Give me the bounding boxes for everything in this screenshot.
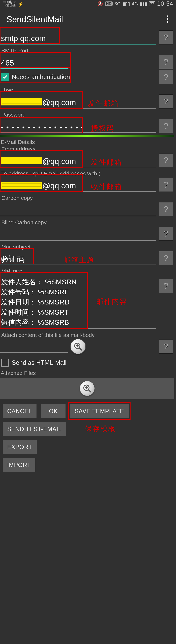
help-button[interactable]: ? <box>159 226 173 241</box>
carrier-1: 中国电信 <box>2 0 16 4</box>
hd-badge: HD <box>105 2 112 6</box>
from-label: From address <box>0 146 174 152</box>
smtp-port-label: SMTP Port <box>0 48 174 54</box>
smtp-port-input[interactable] <box>0 56 68 69</box>
action-bar: SendSilentMail <box>0 9 176 29</box>
cancel-button[interactable]: CANCEL <box>2 404 36 418</box>
attach-body-input[interactable] <box>0 340 68 353</box>
browse-file-button[interactable] <box>71 339 86 354</box>
charging-icon: ⚡ <box>18 1 24 7</box>
send-test-email-button[interactable]: SEND TEST-EMAIL <box>2 422 66 436</box>
status-bar: 中国电信 中国移动 ⚡ 🔇 HD 3G ▮▯▯ 4G ▮▮▮ 77 10:54 <box>0 0 176 9</box>
password-label: Password <box>0 112 174 118</box>
help-button[interactable]: ? <box>159 94 173 108</box>
help-button[interactable]: ? <box>159 55 173 69</box>
user-label: User <box>0 87 174 94</box>
mute-icon: 🔇 <box>97 1 103 6</box>
checkbox-unchecked-icon <box>1 359 9 366</box>
password-input[interactable] <box>0 122 156 133</box>
save-template-button[interactable]: SAVE TEMPLATE <box>70 404 128 418</box>
overflow-menu-icon[interactable] <box>163 15 172 24</box>
battery-level: 77 <box>149 1 155 6</box>
cc-input[interactable] <box>0 204 156 216</box>
export-button[interactable]: EXPORT <box>2 440 37 454</box>
attached-files-bar <box>0 378 174 399</box>
needs-auth-checkbox-row[interactable]: Needs authentication <box>0 72 156 83</box>
mail-text-input[interactable] <box>0 276 156 329</box>
to-input[interactable] <box>0 179 156 192</box>
help-button[interactable]: ? <box>159 119 173 133</box>
email-details-title: E-Mail Details <box>0 139 174 145</box>
help-button[interactable]: ? <box>159 279 173 293</box>
user-input[interactable] <box>0 96 156 108</box>
signal-2-icon: ▮▮▮ <box>140 1 147 6</box>
magnify-plus-icon <box>82 384 92 393</box>
import-button[interactable]: IMPORT <box>2 458 35 472</box>
net-3g-icon: 3G <box>114 1 120 6</box>
svg-line-5 <box>88 390 90 392</box>
cc-label: Carbon copy <box>0 195 174 201</box>
needs-auth-label: Needs authentication <box>12 74 70 80</box>
help-button[interactable]: ? <box>159 202 173 216</box>
net-4g-icon: 4G <box>132 1 138 6</box>
bcc-label: Blind Carbon copy <box>0 219 174 226</box>
subject-input[interactable] <box>0 253 156 265</box>
svg-line-1 <box>79 348 82 350</box>
send-html-label: Send as HTML-Mail <box>12 359 66 366</box>
add-attachment-button[interactable] <box>80 381 94 396</box>
send-html-checkbox-row[interactable]: Send as HTML-Mail <box>0 357 174 368</box>
help-button[interactable]: ? <box>159 251 173 265</box>
subject-label: Mail subject <box>0 244 174 250</box>
help-button[interactable]: ? <box>159 178 173 192</box>
section-separator <box>0 135 174 137</box>
annotation-text: 保存模板 <box>85 424 116 434</box>
signal-1-icon: ▮▯▯ <box>122 1 130 6</box>
help-button[interactable]: ? <box>159 30 173 44</box>
smtp-server-input[interactable] <box>0 32 156 44</box>
status-time: 10:54 <box>157 0 174 7</box>
from-input[interactable] <box>0 155 156 168</box>
bcc-input[interactable] <box>0 228 156 241</box>
help-button[interactable]: ? <box>159 70 173 84</box>
attach-body-label: Attach content of this file as mail-body <box>0 332 174 338</box>
smtp-server-field-wrap <box>0 32 156 44</box>
carrier-2: 中国移动 <box>2 4 16 8</box>
help-button[interactable]: ? <box>159 340 173 354</box>
ok-button[interactable]: OK <box>41 404 66 418</box>
checkbox-checked-icon <box>1 73 9 81</box>
page-title: SendSilentMail <box>6 14 63 24</box>
help-button[interactable]: ? <box>159 153 173 168</box>
magnify-plus-icon <box>74 342 82 351</box>
attached-files-label: Attached Files <box>0 370 174 376</box>
mail-text-label: Mail text <box>0 268 174 274</box>
to-label: To address. Split Email-Addresses with ; <box>0 170 174 177</box>
